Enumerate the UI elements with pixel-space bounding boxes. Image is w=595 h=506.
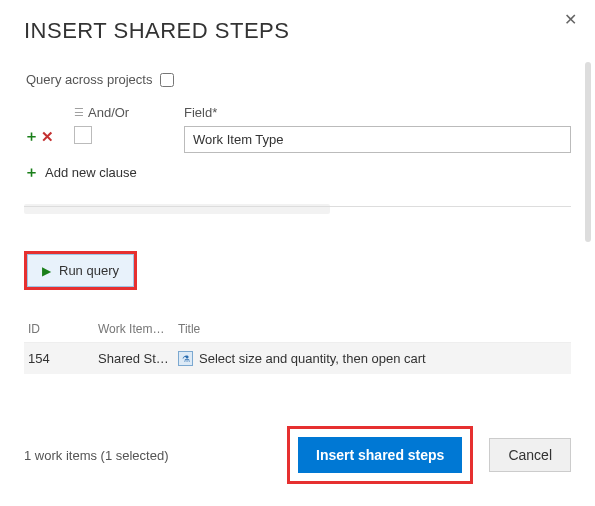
filter-row: ＋ ✕ ☰ And/Or Field* bbox=[24, 105, 571, 153]
table-row[interactable]: 154 Shared St… ⚗ Select size and quantit… bbox=[24, 343, 571, 374]
play-icon: ▶ bbox=[42, 264, 51, 278]
cell-id: 154 bbox=[28, 351, 98, 366]
cell-work-item: Shared St… bbox=[98, 351, 178, 366]
col-title: Title bbox=[178, 322, 567, 336]
shared-steps-icon: ⚗ bbox=[178, 351, 193, 366]
cancel-button[interactable]: Cancel bbox=[489, 438, 571, 472]
andor-header: ☰ And/Or bbox=[74, 105, 174, 120]
list-icon: ☰ bbox=[74, 106, 84, 119]
query-across-projects-label: Query across projects bbox=[26, 72, 152, 87]
close-icon[interactable]: ✕ bbox=[564, 10, 577, 29]
field-input[interactable] bbox=[184, 126, 571, 153]
remove-icon[interactable]: ✕ bbox=[41, 128, 54, 146]
plus-icon: ＋ bbox=[24, 163, 39, 182]
field-header: Field* bbox=[184, 105, 571, 120]
insert-shared-steps-dialog: ✕ INSERT SHARED STEPS Query across proje… bbox=[0, 0, 595, 506]
divider bbox=[24, 206, 571, 207]
query-across-projects-checkbox[interactable] bbox=[160, 73, 174, 87]
run-query-highlight: ▶ Run query bbox=[24, 251, 137, 290]
dialog-footer: 1 work items (1 selected) Insert shared … bbox=[24, 426, 571, 484]
insert-shared-steps-button[interactable]: Insert shared steps bbox=[298, 437, 462, 473]
scrollbar[interactable] bbox=[585, 62, 591, 242]
dialog-title: INSERT SHARED STEPS bbox=[24, 18, 571, 44]
add-new-clause-button[interactable]: ＋ Add new clause bbox=[24, 163, 571, 182]
col-id: ID bbox=[28, 322, 98, 336]
dialog-content: Query across projects ＋ ✕ ☰ And/Or Field… bbox=[24, 72, 571, 374]
selection-count: 1 work items (1 selected) bbox=[24, 448, 169, 463]
run-query-button[interactable]: ▶ Run query bbox=[27, 254, 134, 287]
results-table-header: ID Work Item… Title bbox=[24, 316, 571, 343]
andor-checkbox[interactable] bbox=[74, 126, 92, 144]
col-work-item: Work Item… bbox=[98, 322, 178, 336]
insert-button-highlight: Insert shared steps bbox=[287, 426, 473, 484]
cell-title: ⚗ Select size and quantity, then open ca… bbox=[178, 351, 567, 366]
query-across-projects-toggle[interactable]: Query across projects bbox=[24, 72, 571, 87]
add-icon[interactable]: ＋ bbox=[24, 127, 39, 146]
